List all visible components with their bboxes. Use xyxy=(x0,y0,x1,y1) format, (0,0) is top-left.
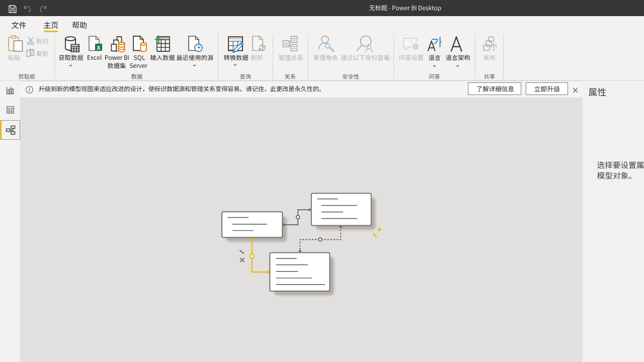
svg-text:X: X xyxy=(97,45,101,51)
